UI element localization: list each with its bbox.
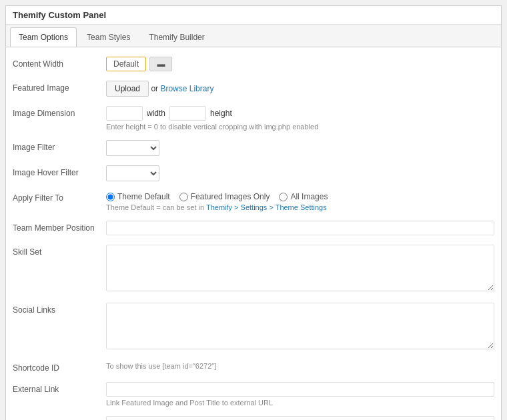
lightbox-link-label: Lightbox Link	[13, 416, 106, 420]
skill-set-field	[106, 245, 494, 293]
team-member-position-field	[106, 221, 494, 235]
height-label: height	[210, 109, 232, 118]
radio-theme-default-input[interactable]	[106, 193, 115, 201]
featured-image-label: Featured Image	[13, 81, 106, 93]
main-content: Content Width Default ▬ Featured Image U…	[6, 47, 501, 420]
tab-team-options[interactable]: Team Options	[10, 27, 77, 47]
panel-title: Themify Custom Panel	[6, 6, 501, 25]
radio-all-images[interactable]: All Images	[279, 192, 328, 201]
image-hover-filter-label: Image Hover Filter	[13, 165, 106, 177]
featured-image-row: Featured Image Upload or Browse Library	[13, 81, 494, 97]
theme-settings-link[interactable]: Themify > Settings > Theme Settings	[206, 203, 327, 211]
tabs-bar: Team Options Team Styles Themify Builder	[6, 25, 501, 47]
apply-filter-label: Apply Filter To	[13, 191, 106, 203]
apply-filter-hint: Theme Default = can be set in Themify > …	[106, 203, 494, 211]
social-links-row: Social Links	[13, 303, 494, 351]
content-width-row: Content Width Default ▬	[13, 57, 494, 71]
image-dimension-hint: Enter height = 0 to disable vertical cro…	[106, 123, 494, 131]
team-member-position-label: Team Member Position	[13, 221, 106, 233]
skill-set-label: Skill Set	[13, 245, 106, 257]
image-width-input[interactable]	[106, 106, 143, 121]
content-width-label: Content Width	[13, 57, 106, 69]
skill-set-textarea[interactable]	[106, 245, 494, 291]
content-width-alt-btn[interactable]: ▬	[149, 57, 172, 71]
upload-btn[interactable]: Upload	[106, 81, 149, 97]
tab-team-styles[interactable]: Team Styles	[78, 27, 139, 47]
radio-featured-only-input[interactable]	[179, 193, 188, 201]
social-links-field	[106, 303, 494, 351]
image-hover-filter-field	[106, 165, 494, 181]
lightbox-link-input[interactable]	[106, 416, 494, 420]
lightbox-link-row: Lightbox Link Link Featured Image and Po…	[13, 416, 494, 420]
shortcode-id-row: Shortcode ID To show this use [team id="…	[13, 361, 494, 373]
or-text: or	[151, 84, 158, 93]
image-dimension-field: width height Enter height = 0 to disable…	[106, 106, 494, 131]
image-filter-select[interactable]	[106, 140, 159, 156]
radio-theme-default[interactable]: Theme Default	[106, 192, 170, 201]
external-link-label: External Link	[13, 382, 106, 394]
browse-library-link[interactable]: Browse Library	[160, 84, 213, 93]
radio-featured-only[interactable]: Featured Images Only	[179, 192, 270, 201]
skill-set-row: Skill Set	[13, 245, 494, 293]
team-member-position-row: Team Member Position	[13, 221, 494, 235]
image-dimension-label: Image Dimension	[13, 106, 106, 118]
featured-image-field: Upload or Browse Library	[106, 81, 494, 97]
apply-filter-row: Apply Filter To Theme Default Featured I…	[13, 191, 494, 211]
shortcode-id-label: Shortcode ID	[13, 361, 106, 373]
external-link-hint: Link Featured Image and Post Title to ex…	[106, 399, 494, 407]
apply-filter-radio-group: Theme Default Featured Images Only All I…	[106, 191, 494, 201]
apply-filter-field: Theme Default Featured Images Only All I…	[106, 191, 494, 211]
image-hover-filter-row: Image Hover Filter	[13, 165, 494, 181]
tab-themify-builder[interactable]: Themify Builder	[140, 27, 213, 47]
image-hover-filter-select[interactable]	[106, 165, 159, 181]
lightbox-link-field: Link Featured Image and Post Title to li…	[106, 416, 494, 420]
image-height-input[interactable]	[169, 106, 206, 121]
shortcode-id-field: To show this use [team id="6272"]	[106, 361, 494, 370]
external-link-field: Link Featured Image and Post Title to ex…	[106, 382, 494, 407]
team-member-position-input[interactable]	[106, 221, 494, 235]
social-links-textarea[interactable]	[106, 303, 494, 349]
width-label: width	[147, 109, 165, 118]
image-filter-field	[106, 140, 494, 156]
image-filter-label: Image Filter	[13, 140, 106, 152]
social-links-label: Social Links	[13, 303, 106, 315]
content-width-field: Default ▬	[106, 57, 494, 71]
external-link-row: External Link Link Featured Image and Po…	[13, 382, 494, 407]
radio-all-images-input[interactable]	[279, 193, 288, 201]
external-link-input[interactable]	[106, 382, 494, 397]
image-dimension-row: Image Dimension width height Enter heigh…	[13, 106, 494, 131]
content-width-default-btn[interactable]: Default	[106, 57, 146, 71]
shortcode-hint: To show this use [team id="6272"]	[106, 361, 494, 370]
image-filter-row: Image Filter	[13, 140, 494, 156]
